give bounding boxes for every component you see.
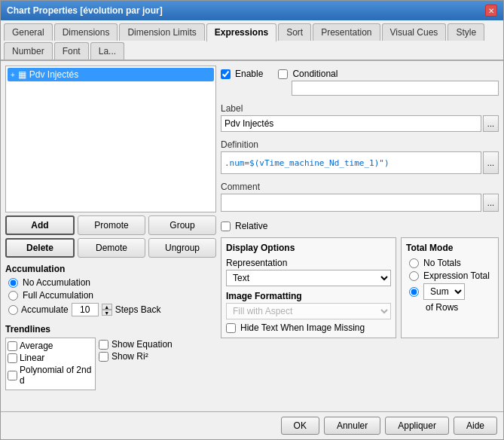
tab-general[interactable]: General [4,23,53,41]
expression-total-row: Expression Total [409,270,493,281]
top-button-row: Add Promote Group [5,215,216,235]
total-mode-panel: Total Mode No Totals Expression Total [401,237,499,338]
tab-dimensions[interactable]: Dimensions [54,23,118,41]
bottom-panels: Display Options Representation Text Bar … [221,237,499,338]
tree-item-icon: ▦ [18,69,26,80]
enable-checkbox[interactable] [221,69,231,79]
steps-down[interactable]: ▼ [102,310,112,316]
relative-row: Relative [221,221,499,231]
expression-tree-item[interactable]: + ▦ Pdv Injectés [8,68,214,81]
definition-ellipsis-button[interactable]: ... [483,151,499,174]
accumulate-label: Accumulate [21,304,69,315]
tab-dimension-limits[interactable]: Dimension Limits [119,23,204,41]
steps-up[interactable]: ▲ [102,304,112,310]
show-equation-label: Show Equation [111,339,173,350]
ok-button[interactable]: OK [281,417,319,435]
representation-group: Representation Text Bar Line Symbol [226,258,391,286]
tab-layout[interactable]: La... [90,42,124,60]
conditional-row: Conditional [278,69,499,79]
expression-tree[interactable]: + ▦ Pdv Injectés [5,66,216,212]
tab-bar: General Dimensions Dimension Limits Expr… [1,20,503,61]
tree-item-label: Pdv Injectés [29,69,78,80]
ungroup-button[interactable]: Ungroup [148,238,216,258]
expression-total-radio[interactable] [409,271,419,281]
representation-select[interactable]: Text Bar Line Symbol [226,270,391,286]
representation-select-row: Text Bar Line Symbol [226,270,391,286]
left-panel: + ▦ Pdv Injectés Add Promote Group Delet… [5,66,216,407]
full-accumulation-radio[interactable] [8,291,18,301]
conditional-label: Conditional [292,69,338,79]
accumulation-label: Accumulation [5,264,216,274]
top-options: Enable Conditional [221,66,499,99]
annuler-button[interactable]: Annuler [324,417,380,435]
hide-text-row: Hide Text When Image Missing [226,322,391,333]
relative-checkbox[interactable] [221,222,231,231]
demote-button[interactable]: Demote [78,238,145,258]
comment-value[interactable] [221,194,481,212]
show-ri-check[interactable] [99,352,108,362]
main-content: + ▦ Pdv Injectés Add Promote Group Delet… [1,61,503,411]
no-totals-radio[interactable] [409,258,419,268]
group-button[interactable]: Group [148,215,216,235]
footer: OK Annuler Appliquer Aide [1,411,503,439]
tab-font[interactable]: Font [54,42,89,60]
comment-ellipsis-button[interactable]: ... [483,194,499,212]
bottom-button-row: Delete Demote Ungroup [5,238,216,258]
label-group: Label Pdv Injectés ... [221,103,499,132]
appliquer-button[interactable]: Appliquer [385,417,449,435]
sum-radio[interactable] [409,287,419,297]
add-button[interactable]: Add [5,215,75,235]
show-equation-check[interactable] [99,340,108,350]
tab-style[interactable]: Style [447,23,484,41]
no-accumulation-row: No Accumulation [8,277,216,288]
image-formatting-select[interactable]: Fill with Aspect Fill Fit [226,303,391,319]
sum-select[interactable]: Sum Avg Min Max [423,283,465,300]
conditional-input[interactable] [292,81,499,96]
label-ellipsis-button[interactable]: ... [483,115,499,132]
tab-sort[interactable]: Sort [278,23,311,41]
definition-section-title: Definition [221,139,499,150]
show-equation-row: Show Equation [99,339,173,350]
comment-input-row: ... [221,194,499,212]
trendline-linear-check[interactable] [8,353,17,363]
definition-value[interactable]: .num=$(vTime_machine_Nd_time_1)") [221,151,481,174]
trendlines-list[interactable]: Average Linear Polynomial of 2nd d [5,338,96,390]
close-button[interactable]: ✕ [485,5,497,17]
total-mode-title: Total Mode [406,243,493,253]
trendline-polynomial-check[interactable] [8,371,17,380]
sum-row: Sum Avg Min Max [409,283,493,300]
definition-input-row: .num=$(vTime_machine_Nd_time_1)") ... [221,151,499,174]
accumulate-radio[interactable] [8,305,18,315]
trendline-average-label: Average [20,341,53,351]
delete-button[interactable]: Delete [5,238,75,258]
trendlines-section: Trendlines Average Linear Po [5,324,216,390]
trendlines-options: Show Equation Show Ri² [99,338,173,390]
comment-group: Comment ... [221,182,499,212]
label-value[interactable]: Pdv Injectés [221,115,481,132]
tab-expressions[interactable]: Expressions [206,23,276,42]
steps-input[interactable] [72,303,99,316]
no-accumulation-radio[interactable] [8,278,18,288]
definition-group: Definition .num=$(vTime_machine_Nd_time_… [221,139,499,174]
no-accumulation-label: No Accumulation [23,277,90,288]
of-rows-row: of Rows [409,302,493,313]
accumulate-row: Accumulate ▲ ▼ Steps Back [8,303,216,316]
trendline-average-check[interactable] [8,341,17,351]
tab-visual-cues[interactable]: Visual Cues [382,23,447,41]
show-ri-row: Show Ri² [99,351,173,362]
enable-label: Enable [235,69,263,79]
tab-number[interactable]: Number [4,42,53,60]
hide-text-checkbox[interactable] [226,323,236,333]
tree-expand-icon[interactable]: + [11,71,15,79]
enable-row: Enable [221,69,263,79]
window-title: Chart Properties [évolution par jour] [7,5,163,16]
aide-button[interactable]: Aide [454,417,497,435]
steps-spinner[interactable]: ▲ ▼ [102,304,112,316]
display-options-title: Display Options [226,243,391,253]
trendline-polynomial: Polynomial of 2nd d [8,364,93,387]
conditional-checkbox[interactable] [278,69,288,79]
accumulation-options: No Accumulation Full Accumulation Accumu… [5,277,216,316]
tab-presentation[interactable]: Presentation [313,23,380,41]
promote-button[interactable]: Promote [78,215,145,235]
no-totals-label: No Totals [423,258,461,268]
